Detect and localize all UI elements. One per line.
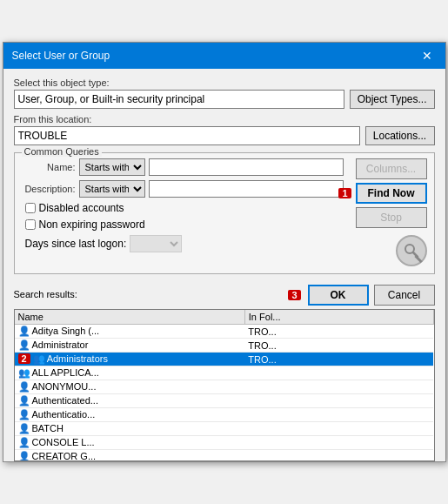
- cell-folder: [244, 380, 433, 394]
- cell-name: 👤CONSOLE L...: [15, 436, 245, 450]
- name-query-row: Name: Starts with: [22, 158, 344, 176]
- search-svg: [403, 242, 420, 259]
- svg-line-1: [413, 252, 418, 257]
- cell-name: 👤ANONYMOU...: [15, 380, 245, 394]
- cell-name: 👤Authenticated...: [15, 394, 245, 408]
- description-filter-dropdown[interactable]: Starts with: [79, 180, 145, 198]
- dialog-body: Select this object type: Object Types...…: [3, 69, 445, 281]
- search-results-label: Search results:: [14, 289, 284, 299]
- cell-folder: [244, 408, 433, 422]
- location-label: From this location:: [14, 114, 435, 124]
- ok-button[interactable]: OK: [308, 285, 369, 306]
- table-row[interactable]: 2👥AdministratorsTRO...: [15, 353, 434, 366]
- cell-name: 👤Aditya Singh (...: [15, 325, 245, 339]
- table-row[interactable]: 👤ANONYMOU...: [15, 380, 434, 394]
- table-header-row: Name In Fol...: [15, 310, 434, 325]
- stop-button[interactable]: Stop: [356, 207, 427, 228]
- description-query-label: Description:: [22, 184, 76, 194]
- query-left: Name: Starts with Description: Starts wi…: [22, 158, 344, 266]
- cell-name: 2👥Administrators: [15, 353, 245, 366]
- location-row: Locations...: [14, 126, 435, 145]
- cell-name: 👤Administrator: [15, 339, 245, 353]
- cell-folder: [244, 366, 433, 380]
- location-section: From this location: Locations...: [14, 114, 435, 145]
- cell-folder: TRO...: [244, 353, 433, 366]
- description-query-input[interactable]: [149, 180, 344, 198]
- find-now-wrapper: 1 Find Now: [338, 183, 426, 204]
- table-row[interactable]: 👤Authenticatio...: [15, 408, 434, 422]
- col-folder[interactable]: In Fol...: [244, 310, 433, 325]
- name-filter-dropdown[interactable]: Starts with: [79, 158, 145, 176]
- cell-folder: [244, 394, 433, 408]
- table-row[interactable]: 👥ALL APPLICA...: [15, 366, 434, 380]
- common-queries-group: Common Queries Name: Starts with Descrip…: [14, 152, 435, 274]
- ok-cancel-row: Search results: 3 OK Cancel: [14, 285, 435, 306]
- table-row[interactable]: 👤BATCH: [15, 422, 434, 436]
- name-query-label: Name:: [22, 162, 76, 172]
- select-user-group-dialog: Select User or Group ✕ Select this objec…: [3, 42, 446, 462]
- cell-folder: TRO...: [244, 339, 433, 353]
- object-type-input[interactable]: [14, 90, 344, 109]
- ok-badge: 3: [288, 290, 300, 300]
- title-bar: Select User or Group ✕: [3, 43, 445, 69]
- row-badge: 2: [18, 353, 30, 364]
- common-queries-tab[interactable]: Common Queries: [22, 146, 102, 157]
- search-icon-area: [396, 235, 427, 266]
- cell-folder: [244, 450, 433, 462]
- object-type-row: Object Types...: [14, 90, 435, 109]
- bottom-section: Search results: 3 OK Cancel Name In Fol.…: [3, 281, 445, 461]
- results-body: 👤Aditya Singh (...TRO...👤AdministratorTR…: [15, 325, 434, 462]
- non-expiring-label: Non expiring password: [39, 218, 145, 231]
- close-button[interactable]: ✕: [418, 46, 437, 65]
- col-name[interactable]: Name: [15, 310, 245, 325]
- cell-name: 👤Authenticatio...: [15, 408, 245, 422]
- cell-name: 👤BATCH: [15, 422, 245, 436]
- non-expiring-row: Non expiring password: [25, 218, 344, 231]
- object-type-section: Select this object type: Object Types...: [14, 77, 435, 109]
- object-types-button[interactable]: Object Types...: [350, 90, 435, 109]
- table-row[interactable]: 👤CREATOR G...: [15, 450, 434, 462]
- cell-folder: [244, 436, 433, 450]
- query-grid: Name: Starts with Description: Starts wi…: [22, 158, 427, 266]
- table-row[interactable]: 👤Authenticated...: [15, 394, 434, 408]
- columns-button[interactable]: Columns...: [356, 158, 427, 179]
- cell-folder: TRO...: [244, 325, 433, 339]
- results-table-container[interactable]: Name In Fol... 👤Aditya Singh (...TRO...👤…: [14, 309, 435, 461]
- results-table: Name In Fol... 👤Aditya Singh (...TRO...👤…: [15, 310, 434, 461]
- query-right: Columns... 1 Find Now Stop: [351, 158, 427, 266]
- dialog-title: Select User or Group: [12, 50, 110, 62]
- cell-folder: [244, 422, 433, 436]
- table-row[interactable]: 👤Aditya Singh (...TRO...: [15, 325, 434, 339]
- disabled-accounts-label: Disabled accounts: [39, 202, 124, 214]
- cancel-button[interactable]: Cancel: [374, 285, 435, 306]
- days-row: Days since last logon:: [25, 235, 344, 252]
- search-icon: [396, 235, 427, 266]
- days-dropdown[interactable]: [130, 235, 182, 252]
- name-query-input[interactable]: [149, 158, 344, 176]
- table-row[interactable]: 👤AdministratorTRO...: [15, 339, 434, 353]
- days-label: Days since last logon:: [25, 238, 127, 250]
- object-type-label: Select this object type:: [14, 77, 435, 88]
- cell-name: 👤CREATOR G...: [15, 450, 245, 462]
- disabled-accounts-row: Disabled accounts: [25, 202, 344, 214]
- location-input[interactable]: [14, 126, 360, 145]
- non-expiring-checkbox[interactable]: [25, 219, 36, 230]
- table-row[interactable]: 👤CONSOLE L...: [15, 436, 434, 450]
- disabled-accounts-checkbox[interactable]: [25, 203, 36, 213]
- find-now-badge: 1: [338, 188, 351, 198]
- find-now-button[interactable]: Find Now: [356, 183, 427, 204]
- cell-name: 👥ALL APPLICA...: [15, 366, 245, 380]
- description-query-row: Description: Starts with: [22, 180, 344, 198]
- locations-button[interactable]: Locations...: [365, 126, 435, 145]
